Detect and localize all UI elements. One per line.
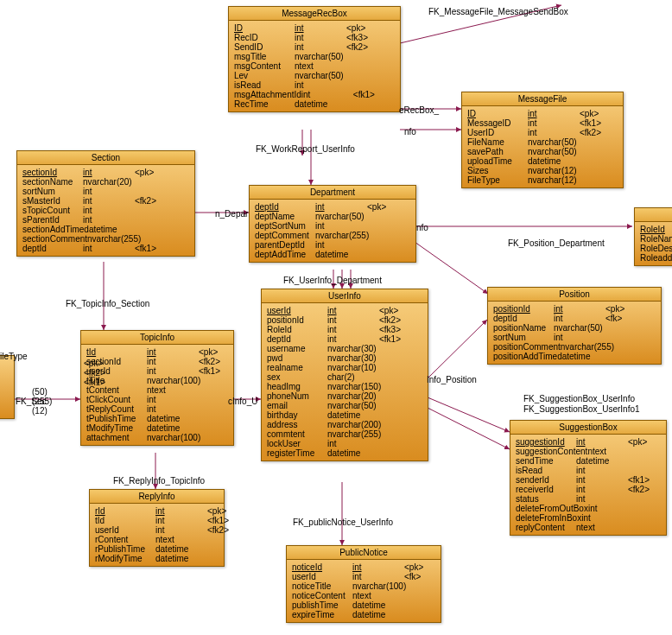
entity-messagerecbox: MessageRecBoxIDint<pk>RecIDint<fk3>SendI… — [228, 6, 401, 112]
column-row: noticeContentntext — [292, 591, 435, 600]
col-name: rContent — [95, 535, 155, 544]
col-type: int — [528, 128, 580, 137]
column-row: suggestionIdint<pk> — [516, 437, 661, 447]
entity-title: MessageRecBox — [229, 7, 400, 21]
column-row: tIdint<pk> — [86, 347, 228, 357]
column-row: Sizesnvarchar(12) — [467, 166, 618, 175]
col-name: rPublishTime — [95, 544, 155, 554]
col-name: noticeId — [292, 562, 352, 572]
column-row: sortNumint — [493, 333, 656, 342]
col-key — [84, 406, 110, 416]
col-type: int — [315, 202, 367, 212]
col-type: nvarchar(100) — [147, 376, 200, 385]
col-key — [580, 175, 605, 185]
col-name: sortNum — [22, 187, 83, 196]
column-row: RoleIdint<fk3> — [267, 325, 422, 334]
column-row: pwdnvarchar(30) — [267, 353, 422, 363]
column-row: deptCommentnvarchar(255) — [255, 231, 410, 240]
column-row: rIdint<pk> — [95, 506, 219, 516]
col-key — [199, 423, 225, 433]
col-key — [639, 447, 665, 456]
col-type: int — [147, 347, 199, 357]
col-type: int — [83, 244, 135, 253]
col-type: int — [83, 187, 135, 196]
col-type: nvarchar(10) — [327, 363, 379, 372]
col-key — [346, 61, 372, 71]
column-row: RoleaddTimed — [640, 253, 672, 263]
column-row: isReadint — [516, 466, 661, 475]
col-type: nvarchar(20) — [83, 177, 135, 187]
column-row: MessageIDint<fk1> — [467, 118, 618, 128]
col-key — [135, 215, 161, 225]
col-key: <fk1> — [135, 244, 161, 253]
col-type: int — [588, 504, 640, 513]
col-name: sectionComment — [22, 234, 87, 244]
col-name: positionId — [267, 315, 327, 325]
col-name: suggestionContent — [516, 447, 587, 456]
fk-label: nfo — [416, 223, 428, 232]
column-row: deleteFromInBoxint — [516, 513, 661, 523]
col-type: nvarchar(50) — [554, 323, 605, 333]
col-key — [614, 342, 640, 352]
col-key — [381, 382, 407, 391]
col-type: datetime — [352, 600, 404, 610]
col-name: RecID — [234, 33, 295, 42]
col-key — [628, 494, 654, 504]
svg-line-7 — [415, 242, 488, 294]
col-name: commtent — [267, 429, 327, 439]
col-key — [207, 535, 233, 544]
col-key: <fk2> — [379, 315, 405, 325]
column-row: usernamenvarchar(30) — [267, 344, 422, 353]
entity-section: SectionsectionIdint<pk>sectionNamenvarch… — [16, 150, 195, 257]
col-key: <pk> — [207, 506, 233, 516]
col-key — [379, 448, 405, 458]
entity-body: RoleIdint<pk>RoleNamenRoleDescnRoleaddTi… — [635, 222, 672, 265]
col-key — [84, 387, 110, 397]
col-name: suggestionId — [516, 437, 576, 447]
col-type: int — [301, 90, 353, 99]
col-key — [346, 52, 372, 61]
col-type: ntext — [352, 591, 404, 600]
column-row: (50) — [0, 387, 9, 397]
col-name: sectionAddTime — [22, 225, 84, 234]
col-key: <fk1> — [628, 475, 654, 485]
col-key — [404, 591, 430, 600]
col-key — [200, 376, 226, 385]
col-name: rId — [95, 506, 155, 516]
col-name: positionAddTime — [493, 352, 557, 361]
col-type: int — [576, 485, 628, 494]
column-row: positionAddTimedatetime — [493, 352, 656, 361]
col-key — [379, 401, 405, 410]
column-row: RecTimedatetime — [234, 99, 395, 109]
col-key: <fk1> — [379, 334, 405, 344]
col-key: <pk> — [367, 202, 393, 212]
column-row: sectionIdint<pk> — [22, 168, 189, 177]
entity-body: noticeIdint<pk>userIdint<fk>noticeTitlen… — [287, 560, 441, 622]
col-type: nvarchar(255) — [561, 342, 614, 352]
entity-title: MessageFile — [462, 92, 623, 106]
col-name: RecTime — [234, 99, 295, 109]
col-name: pwd — [267, 353, 327, 363]
column-row: deptIdint<fk1> — [267, 334, 422, 344]
fk-label: FK_UserInfo_Department — [283, 276, 382, 285]
col-key — [605, 333, 631, 342]
column-row: noticeTitlenvarchar(100) — [292, 581, 435, 591]
col-name — [0, 378, 32, 387]
column-row: sexchar(2) — [267, 372, 422, 382]
col-type: nvarchar(150) — [327, 382, 381, 391]
col-key — [404, 600, 430, 610]
col-key — [379, 410, 405, 420]
col-type: nvarchar(200) — [327, 420, 381, 429]
col-name: birthday — [267, 410, 327, 420]
col-name: deptId — [267, 334, 327, 344]
col-name: email — [267, 401, 327, 410]
col-key — [381, 420, 407, 429]
col-type: int — [327, 315, 379, 325]
col-name: senderId — [516, 475, 576, 485]
col-name: ID — [234, 23, 295, 33]
col-key — [609, 352, 635, 361]
column-row: sMasterIdint<fk2> — [22, 196, 189, 206]
entity-body: suggestionIdint<pk>suggestionContentntex… — [510, 435, 666, 535]
entity-title: PublicNotice — [287, 546, 441, 560]
column-row: publishTimedatetime — [292, 600, 435, 610]
